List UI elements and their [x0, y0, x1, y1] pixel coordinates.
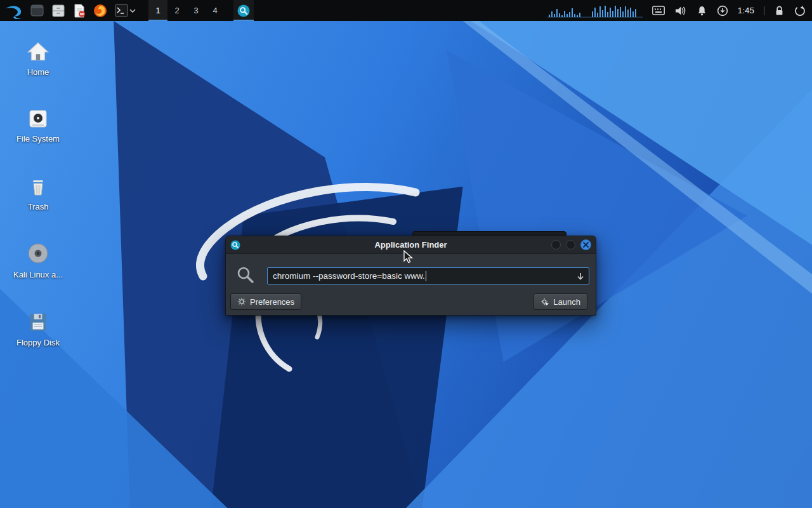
desktop-icon-label: Floppy Disk — [5, 338, 71, 347]
desktop-icon-trash[interactable]: Trash — [5, 171, 71, 211]
desktop-icon-label: File System — [5, 134, 71, 144]
mouse-cursor — [403, 250, 414, 264]
kali-menu-icon — [4, 3, 23, 19]
window-icon — [30, 4, 44, 17]
minimize-button[interactable] — [551, 240, 561, 250]
desktop-icon-label: Kali Linux a... — [5, 270, 71, 279]
desktop-icon-file-system[interactable]: File System — [5, 104, 71, 144]
window-launcher[interactable] — [27, 0, 48, 21]
app-finder-window-icon — [230, 240, 240, 250]
clock[interactable]: 1:45 — [738, 6, 754, 15]
floppy-icon — [5, 307, 71, 334]
workspace-4[interactable]: 4 — [206, 0, 225, 21]
app-finder-task-icon — [237, 4, 250, 17]
lock-icon[interactable] — [774, 5, 785, 17]
applications-menu-button[interactable] — [0, 0, 27, 21]
workspace-label: 3 — [193, 6, 198, 15]
volume-icon[interactable] — [674, 5, 687, 17]
terminal-icon — [115, 4, 128, 17]
workspace-2[interactable]: 2 — [167, 0, 187, 21]
terminal-launcher[interactable] — [111, 0, 129, 21]
run-icon — [540, 297, 549, 306]
text-editor-icon — [73, 4, 86, 18]
search-input-value: chromium --password-store=basic www. — [273, 271, 425, 281]
trash-icon — [5, 171, 71, 198]
close-button[interactable] — [580, 239, 591, 250]
preferences-button-label: Preferences — [250, 297, 294, 307]
file-system-icon — [5, 104, 71, 130]
home-icon — [5, 37, 71, 64]
workspace-label: 1 — [155, 6, 160, 15]
search-icon — [236, 265, 255, 284]
disc-icon — [5, 239, 71, 266]
workspace-3[interactable]: 3 — [187, 0, 206, 21]
gear-icon — [237, 297, 246, 306]
updates-icon[interactable] — [717, 5, 728, 17]
search-input[interactable]: chromium --password-store=basic www. — [267, 267, 589, 284]
launch-button[interactable]: Launch — [534, 293, 587, 310]
workspace-label: 4 — [213, 6, 217, 15]
panel-separator — [764, 6, 764, 15]
keyboard-indicator-icon[interactable] — [652, 6, 665, 15]
file-manager-icon — [51, 4, 65, 17]
preferences-button[interactable]: Preferences — [230, 293, 301, 310]
desktop-icon-floppy[interactable]: Floppy Disk — [5, 307, 71, 347]
terminal-dropdown[interactable] — [129, 0, 140, 21]
chevron-down-icon — [129, 9, 136, 13]
desktop-icon-kali-cdrom[interactable]: Kali Linux a... — [5, 239, 71, 279]
desktop-icon-label: Trash — [5, 202, 71, 211]
file-manager-launcher[interactable] — [48, 0, 69, 21]
session-power-icon[interactable] — [794, 5, 806, 17]
window-title: Application Finder — [226, 240, 596, 250]
workspace-label: 2 — [174, 6, 179, 15]
history-dropdown-icon[interactable] — [576, 272, 585, 281]
notifications-bell-icon[interactable] — [697, 5, 707, 17]
text-caret — [426, 271, 427, 281]
screen: Home File System Trash — [0, 0, 812, 508]
maximize-button[interactable] — [566, 240, 575, 250]
desktop-icon-label: Home — [5, 67, 71, 77]
application-finder-window: Application Finder chromium --password-s… — [225, 236, 596, 316]
desktop-icon-home[interactable]: Home — [5, 37, 71, 77]
firefox-launcher[interactable] — [89, 0, 111, 21]
cpu-graph[interactable] — [547, 4, 643, 18]
top-panel: 1 2 3 4 — [0, 0, 812, 21]
close-icon — [583, 242, 589, 248]
taskbar-application-finder[interactable] — [233, 0, 254, 21]
text-editor-launcher[interactable] — [69, 0, 89, 21]
firefox-icon — [93, 4, 107, 18]
workspace-1[interactable]: 1 — [148, 0, 167, 21]
launch-button-label: Launch — [553, 297, 580, 307]
